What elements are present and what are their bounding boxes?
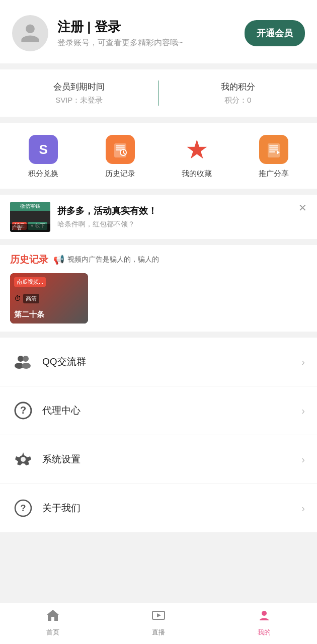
action-favorites[interactable]: ★ 我的收藏 [182, 135, 212, 179]
history-card-top: 南瓜视频... [14, 277, 84, 287]
mine-label: 我的 [258, 628, 271, 637]
home-icon [46, 608, 60, 626]
svg-rect-9 [269, 147, 278, 148]
ad-subtitle: 哈条件啊，红包都不领？ [57, 220, 291, 229]
profile-text: 注册 | 登录 登录账号，可查看更多精彩内容哦~ [57, 18, 183, 48]
settings-icon [12, 448, 34, 470]
action-points-exchange[interactable]: S 积分兑换 [28, 135, 58, 179]
megaphone-icon: 📢 [53, 254, 64, 265]
ad-title: 拼多多，活动真实有效！ [57, 205, 291, 217]
ad-content: 拼多多，活动真实有效！ 哈条件啊，红包都不领？ [57, 205, 291, 229]
vip-points: 我的积分 积分：0 [159, 81, 318, 105]
register-login-title[interactable]: 注册 | 登录 [57, 18, 183, 36]
nav-mine[interactable]: 我的 [211, 608, 317, 637]
profile-subtitle: 登录账号，可查看更多精彩内容哦~ [57, 38, 183, 48]
vip-section: 会员到期时间 SVIP：未登录 我的积分 积分：0 [0, 69, 317, 117]
history-notice: 📢 视频内广告是骗人的，骗人的 [53, 254, 159, 265]
quick-actions: S 积分兑换 历史记录 ★ 我的收藏 [0, 123, 317, 189]
svg-point-14 [23, 356, 29, 362]
share-label: 推广分享 [259, 169, 289, 179]
history-card-middle: ⏱ 高清 [14, 294, 84, 303]
qq-group-arrow: › [301, 356, 305, 368]
svg-rect-1 [116, 145, 125, 146]
qq-group-icon [12, 351, 34, 373]
svg-rect-11 [269, 151, 275, 152]
nav-home[interactable]: 首页 [0, 608, 106, 637]
ad-close-button[interactable]: ✕ [298, 202, 307, 214]
svg-marker-24 [157, 613, 161, 617]
history-section: 历史记录 📢 视频内广告是骗人的，骗人的 南瓜视频... ⏱ 高清 第二十条 [0, 245, 317, 332]
history-icon [106, 135, 135, 164]
history-card-overlay: 南瓜视频... ⏱ 高清 第二十条 [10, 273, 88, 324]
profile-section: 注册 | 登录 登录账号，可查看更多精彩内容哦~ 开通会员 [0, 0, 317, 63]
history-label: 历史记录 [105, 169, 135, 179]
svg-point-25 [262, 611, 267, 616]
svg-rect-8 [269, 145, 278, 146]
points-value: 积分：0 [159, 96, 318, 105]
ad-banner: 微信零钱 10元 ▼ 收下 广告 拼多多，活动真实有效！ 哈条件啊，红包都不领？… [0, 195, 317, 239]
points-exchange-label: 积分兑换 [28, 169, 58, 179]
notice-text: 视频内广告是骗人的，骗人的 [67, 255, 159, 264]
history-header: 历史记录 📢 视频内广告是骗人的，骗人的 [10, 253, 307, 266]
history-section-title: 历史记录 [10, 253, 48, 266]
menu-item-settings[interactable]: 系统设置 › [0, 435, 317, 484]
svg-point-20 [21, 457, 26, 462]
menu-item-agent[interactable]: ? 代理中心 › [0, 386, 317, 435]
menu-item-about[interactable]: ? 关于我们 › [0, 484, 317, 532]
live-label: 直播 [152, 628, 165, 637]
points-exchange-icon: S [29, 135, 58, 164]
ad-mark-label: 广告 [10, 224, 50, 232]
vip-button[interactable]: 开通会员 [245, 20, 305, 46]
history-card-title: 第二十条 [14, 310, 84, 319]
mine-icon [257, 608, 271, 626]
avatar[interactable] [12, 15, 48, 51]
svg-point-16 [22, 363, 31, 369]
nav-live[interactable]: 直播 [106, 608, 211, 637]
vip-expiry: 会员到期时间 SVIP：未登录 [0, 81, 158, 105]
svg-rect-10 [269, 149, 278, 150]
settings-label: 系统设置 [42, 453, 301, 466]
hd-badge: 高清 [23, 294, 39, 303]
favorites-label: 我的收藏 [182, 169, 212, 179]
menu-section: QQ交流群 › ? 代理中心 › 系统设置 › ? [0, 338, 317, 532]
share-icon [259, 135, 288, 164]
about-label: 关于我们 [42, 502, 301, 515]
about-icon: ? [12, 497, 34, 519]
svg-text:?: ? [21, 503, 26, 513]
history-video-card[interactable]: 南瓜视频... ⏱ 高清 第二十条 [10, 273, 88, 324]
vip-expiry-label: 会员到期时间 [0, 81, 158, 93]
action-share[interactable]: 推广分享 [259, 135, 289, 179]
svg-text:?: ? [20, 405, 26, 416]
about-arrow: › [301, 503, 305, 514]
menu-item-qq[interactable]: QQ交流群 › [0, 338, 317, 386]
agent-arrow: › [301, 405, 305, 417]
vip-expiry-value: SVIP：未登录 [0, 96, 158, 105]
ad-thumb-top-label: 微信零钱 [10, 202, 50, 211]
live-icon [151, 608, 166, 626]
favorites-icon: ★ [182, 135, 211, 164]
qq-group-label: QQ交流群 [42, 355, 301, 368]
action-history[interactable]: 历史记录 [105, 135, 135, 179]
svg-line-6 [123, 152, 124, 153]
settings-arrow: › [301, 454, 305, 465]
agent-icon: ? [12, 399, 34, 422]
svg-rect-2 [116, 147, 125, 148]
agent-label: 代理中心 [42, 404, 301, 417]
ad-thumbnail: 微信零钱 10元 ▼ 收下 广告 [10, 202, 50, 232]
profile-left: 注册 | 登录 登录账号，可查看更多精彩内容哦~ [12, 15, 183, 51]
points-label: 我的积分 [159, 81, 318, 93]
video-logo: 南瓜视频... [14, 277, 46, 287]
home-label: 首页 [46, 628, 59, 637]
bottom-nav: 首页 直播 我的 [0, 603, 317, 644]
